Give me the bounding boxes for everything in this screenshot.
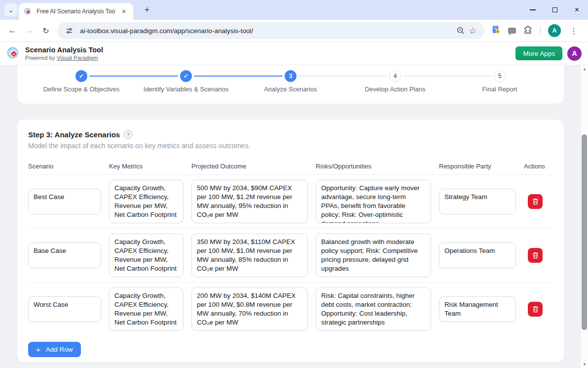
responsible-party-input[interactable]: Strategy Team [439, 189, 516, 214]
new-tab-button[interactable]: + [140, 0, 154, 20]
risks-opportunities-input[interactable]: Opportunity: Capture early mover advanta… [316, 180, 431, 223]
step-label: Identify Variables & Scenarios [144, 85, 228, 93]
powered-by: Powered by Visual Paradigm [25, 55, 103, 61]
scroll-up-icon[interactable]: ▲ [581, 65, 588, 73]
stepper-connector [194, 76, 283, 77]
more-apps-button[interactable]: More Apps [515, 46, 562, 60]
projected-outcome-input[interactable]: 200 MW by 2034, $140M CAPEX per 100 MW, … [191, 287, 308, 331]
visual-paradigm-link[interactable]: Visual Paradigm [57, 55, 98, 61]
step-final-report[interactable]: 5 Final Report [447, 70, 552, 93]
table-header-row: Scenario Key Metrics Projected Outcome R… [28, 163, 553, 175]
forward-icon: → [25, 26, 34, 36]
help-icon[interactable]: ? [124, 130, 132, 139]
back-button[interactable]: ← [4, 22, 21, 39]
scenario-input[interactable]: Worst Case [28, 296, 101, 322]
reload-button[interactable]: ↻ [37, 22, 54, 39]
app-titles: Scenario Analysis Tool Powered by Visual… [25, 46, 103, 61]
key-metrics-input[interactable]: Capacity Growth, CAPEX Efficiency, Reven… [109, 180, 184, 223]
browser-menu-icon[interactable]: ⋮ [568, 26, 579, 36]
column-header-key-metrics: Key Metrics [109, 163, 184, 170]
delete-row-button[interactable] [528, 194, 543, 209]
browser-profile-avatar[interactable]: A [548, 24, 561, 37]
stepper-card: ✓ Define Scope & Objectives ✓ Identify V… [17, 65, 564, 104]
scroll-down-icon[interactable]: ▼ [581, 361, 588, 368]
column-header-actions: Actions [524, 163, 547, 170]
key-metrics-input[interactable]: Capacity Growth, CAPEX Efficiency, Reven… [109, 287, 184, 331]
back-icon: ← [8, 26, 17, 36]
address-bar[interactable]: ai-toolbox.visual-paradigm.com/app/scena… [57, 22, 484, 39]
step-label: Final Report [482, 85, 517, 93]
risks-opportunities-input[interactable]: Risk: Capital constraints, higher debt c… [316, 287, 431, 331]
check-icon: ✓ [184, 73, 188, 80]
step-identify-variables[interactable]: ✓ Identify Variables & Scenarios [134, 70, 238, 93]
app-logo-icon [6, 46, 20, 60]
url-text[interactable]: ai-toolbox.visual-paradigm.com/app/scena… [80, 27, 455, 35]
extensions-puzzle-icon[interactable] [523, 25, 533, 37]
step-define-scope[interactable]: ✓ Define Scope & Objectives [29, 70, 134, 93]
browser-toolbar: ← → ↻ ai-toolbox.visual-paradigm.com/app… [0, 20, 588, 42]
table-row: Base Case Capacity Growth, CAPEX Efficie… [28, 229, 553, 283]
site-settings-icon[interactable] [63, 25, 75, 37]
step-number: 5 [498, 73, 502, 80]
stepper-connector [403, 76, 492, 77]
window-controls: × [521, 0, 588, 20]
step-4-circle: 4 [389, 70, 401, 82]
page-title: Scenario Analysis Tool [25, 46, 103, 54]
app-header: Scenario Analysis Tool Powered by Visual… [0, 42, 588, 65]
table-row: Best Case Capacity Growth, CAPEX Efficie… [28, 175, 553, 229]
forward-button[interactable]: → [21, 22, 37, 39]
maximize-icon [552, 7, 557, 12]
minimize-icon [530, 9, 536, 10]
step-5-circle: 5 [494, 70, 506, 82]
key-metrics-input[interactable]: Capacity Growth, CAPEX Efficiency, Reven… [109, 234, 184, 277]
step3-description: Model the impact of each scenario on key… [28, 142, 553, 150]
plus-icon: + [145, 5, 150, 15]
trash-icon [532, 306, 539, 313]
chat-bubble-extension-icon[interactable] [508, 28, 516, 34]
scenario-input[interactable]: Best Case [28, 189, 101, 214]
step-1-circle: ✓ [75, 70, 87, 82]
reload-icon: ↻ [42, 26, 49, 36]
responsible-party-input[interactable]: Operations Team [439, 243, 516, 268]
scenario-input[interactable]: Base Case [28, 243, 101, 268]
step-2-circle: ✓ [180, 70, 192, 82]
step-3-circle: 3 [285, 70, 296, 82]
chevron-down-icon: ⌄ [8, 6, 14, 14]
toolbar-divider [540, 26, 541, 36]
minimize-button[interactable] [521, 0, 544, 20]
delete-row-button[interactable] [528, 302, 543, 317]
reading-list-extension-icon[interactable] [491, 25, 501, 37]
trash-icon [532, 252, 539, 259]
check-icon: ✓ [79, 73, 84, 80]
close-window-button[interactable]: × [566, 0, 588, 20]
extension-area: A ⋮ [491, 24, 579, 37]
maximize-button[interactable] [544, 0, 566, 20]
tab-search-button[interactable]: ⌄ [4, 3, 17, 16]
bookmark-star-icon[interactable]: ☆ [467, 25, 478, 37]
step-analyze-scenarios[interactable]: 3 Analyze Scenarios [238, 70, 343, 93]
tab-close-icon[interactable]: × [119, 7, 128, 16]
scrollbar-thumb[interactable] [582, 134, 587, 330]
favicon-visual-paradigm-icon [24, 7, 32, 16]
user-avatar[interactable]: A [567, 46, 582, 61]
risks-opportunities-input[interactable]: Balanced growth with moderate policy sup… [316, 234, 431, 277]
step-develop-action-plans[interactable]: 4 Develop Action Plans [343, 70, 447, 93]
table-row: Worst Case Capacity Growth, CAPEX Effici… [28, 283, 553, 336]
add-row-button[interactable]: + Add Row [28, 342, 81, 357]
responsible-party-input[interactable]: Risk Management Team [439, 296, 516, 322]
close-icon: × [575, 6, 579, 14]
projected-outcome-input[interactable]: 500 MW by 2034, $90M CAPEX per 100 MW, $… [191, 180, 308, 223]
page-scrollbar[interactable]: ▲ ▼ [580, 65, 588, 368]
browser-tab[interactable]: Free AI Scenario Analysis Tool - × [19, 3, 133, 20]
projected-outcome-input[interactable]: 350 MW by 2034, $110M CAPEX per 100 MW, … [191, 234, 308, 277]
browser-titlebar: ⌄ Free AI Scenario Analysis Tool - × + × [0, 0, 588, 20]
zoom-out-icon[interactable] [455, 25, 467, 37]
delete-row-button[interactable] [528, 248, 543, 263]
plus-icon: + [36, 346, 40, 353]
step-label: Develop Action Plans [365, 85, 426, 93]
trash-icon [532, 198, 539, 205]
step-number: 3 [289, 73, 293, 80]
step-label: Analyze Scenarios [264, 85, 317, 93]
step3-card: Step 3: Analyze Scenarios ? Model the im… [17, 120, 564, 362]
stepper-connector [298, 76, 387, 77]
